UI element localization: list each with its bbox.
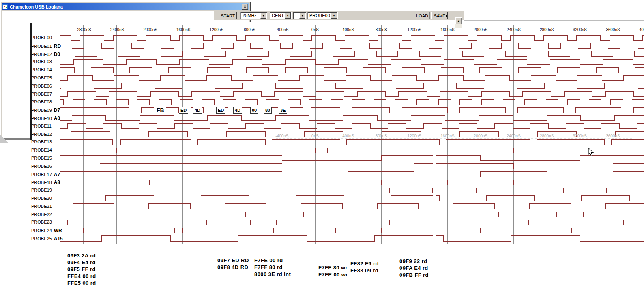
ruler-tick-label: 0nS [311,28,319,32]
annotation-line: FFE5 00 rd [67,280,96,287]
annotation-line: 09F3 2A rd [67,252,96,259]
annotation-line: 09F9 22 rd [399,258,429,265]
ruler-tick-label: -2400nS [109,28,124,32]
probe-label: PROBE25A15 [31,236,63,242]
bus-value: 80 [264,107,272,114]
probe-label: PROBE13 [31,139,52,144]
annotation-line: 8000 3E rd int [254,271,291,278]
ruler-tick-label: -800nS [243,28,255,32]
annotation-line: 09FA E4 rd [399,265,429,272]
ruler-tick-label: 1200nS [408,28,421,32]
ruler-tick-label: -400nS [275,28,288,32]
probe-name: PROBE10 [31,116,52,121]
probe-label: PROBE22 [31,212,52,217]
ghost-ruler-label: 2400nS [507,134,520,138]
probe-signal-name: RD [54,43,61,49]
waveform-trace [60,188,644,193]
ghost-ruler-label: 3600nS [606,134,620,138]
annotation-group: 09F9 22 rd09FA E4 rd09FB FF rd [399,258,429,278]
scroll-up-icon[interactable]: ▲ [455,17,462,24]
ghost-ruler-label: 800nS [376,134,387,138]
combo-dropdown-icon[interactable]: ▼ [260,13,266,19]
combo-dropdown-icon[interactable]: ▼ [331,13,337,19]
probe-name: PROBE12 [31,132,52,137]
probe-label: PROBE06 [31,83,52,88]
ghost-ruler-label: -400nS [275,134,288,138]
annotation-group: 09F7 ED RD09F8 4D RD [217,257,249,271]
probe-label: PROBE10A0 [31,115,60,121]
probe-signal-name: D0 [54,51,60,57]
probe-name: PROBE05 [31,75,52,80]
ruler-tick-label: 2000nS [474,28,487,32]
bus-value: ED [179,107,188,114]
sample-rate-select[interactable]: 25MHz▼ [240,12,267,19]
panel-top-edge [464,20,644,21]
probe-label: PROBE12 [31,132,52,137]
vertical-scrollbar[interactable]: ▲ [455,17,462,28]
trigger-mode-select[interactable]: CENT▼ [270,12,292,19]
ruler-tick-label: 2400nS [507,28,520,32]
ruler-tick-label: 4000nS [639,28,644,32]
close-button[interactable]: × [242,4,248,10]
load-button[interactable]: LOAD [414,12,430,19]
probe-signal-name: WR [54,228,62,233]
probe-signal-name: A15 [54,236,63,242]
probe-signal-name: A7 [54,172,60,178]
probe-signal-name: A8 [54,180,60,185]
toolbar: START 25MHz▼CENT▼↑▼PROBE00▼ LOAD SAVE [214,11,464,20]
probe-label: PROBE03 [31,59,52,64]
probe-name: PROBE07 [31,92,52,96]
probe-label: PROBE17A7 [31,172,60,178]
waveform-trace [60,220,644,225]
probe-name: PROBE09 [31,108,52,113]
waveform-trace [60,236,644,241]
probe-name: PROBE11 [31,124,52,128]
probe-label: PROBE05 [31,75,52,80]
probe-label: PROBE07 [31,92,52,96]
ruler-tick-label: -1200nS [208,28,223,32]
ghost-ruler-label: 0nS [311,134,319,138]
probe-label: PROBE15 [31,156,52,160]
annotation-line: FF83 09 rd [350,267,379,274]
probe-label: PROBE02D0 [31,51,60,57]
probe-name: PROBE02 [31,52,52,57]
waveform-trace [60,156,644,161]
window-corner-artifact [0,135,9,143]
probe-name: PROBE17 [31,172,52,177]
annotation-line: 09FB FF rd [399,272,429,278]
waveform-trace [60,124,644,129]
ruler-tick-label: 400nS [342,28,354,32]
waveform-trace [60,228,644,233]
ghost-ruler-label: 1600nS [440,134,454,138]
probe-label: PROBE09D7 [31,107,60,113]
save-button[interactable]: SAVE [431,12,448,19]
bus-value: 4D [233,107,242,114]
combo-dropdown-icon[interactable]: ▼ [285,13,291,19]
annotation-line: F7FF 80 wr [318,264,348,271]
probe-label: PROBE04 [31,67,52,72]
probe-name: PROBE21 [31,204,52,209]
title-bar[interactable]: Chameleon USB Logiana × [2,3,249,10]
probe-name: PROBE24 [31,228,52,233]
annotation-group: F7FE 00 rdF7FF 80 rd8000 3E rd int [254,257,291,278]
annotation-line: FF82 F9 rd [350,260,379,267]
combo-dropdown-icon[interactable]: ▼ [299,13,305,19]
waveform-panel: -2800nS-2400nS-2000nS-1600nS-1200nS-800n… [30,22,644,244]
probe-name: PROBE16 [31,164,52,169]
probe-name: PROBE08 [31,99,52,104]
probe-label: PROBE21 [31,204,52,209]
ghost-ruler-label: 2000nS [474,134,487,138]
waveform-trace [60,92,644,97]
trigger-probe-select[interactable]: PROBE00▼ [307,12,338,19]
probe-name: PROBE25 [31,236,52,241]
probe-signal-name: A0 [54,115,60,121]
start-button[interactable]: START [219,12,237,19]
annotation-line: 09F8 4D RD [217,264,249,271]
annotation-line: 09F5 FF rd [67,266,96,273]
probe-name: PROBE20 [31,196,52,201]
probe-label: PROBE00 [31,35,52,40]
mouse-cursor [588,148,595,156]
waveform-trace [60,35,644,41]
trigger-edge-select[interactable]: ↑▼ [293,12,306,19]
ruler-tick-label: -2000nS [142,28,157,32]
